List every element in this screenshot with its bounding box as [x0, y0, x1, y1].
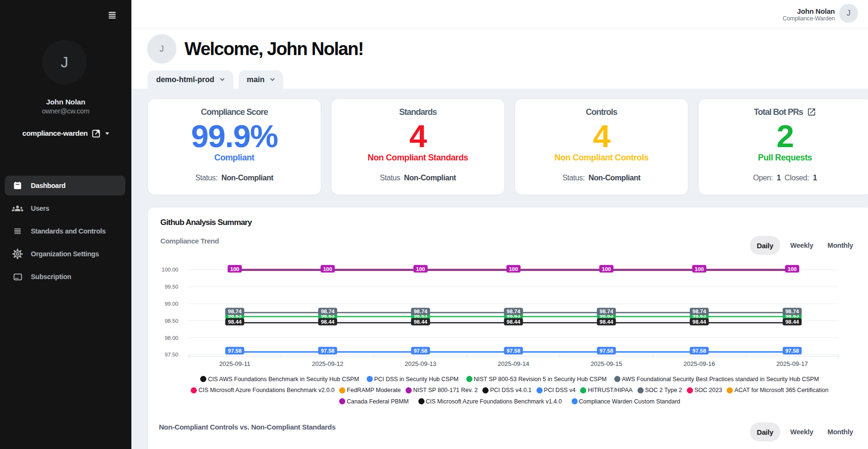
- svg-text:97.58: 97.58: [321, 348, 334, 354]
- svg-text:100: 100: [509, 266, 518, 272]
- svg-text:98.74: 98.74: [600, 309, 613, 314]
- svg-text:2025-09-14: 2025-09-14: [498, 360, 529, 367]
- svg-text:2025-09-13: 2025-09-13: [405, 360, 436, 367]
- svg-text:2025-09-12: 2025-09-12: [312, 360, 344, 367]
- svg-text:97.50: 97.50: [165, 352, 178, 357]
- svg-text:100: 100: [602, 266, 611, 272]
- svg-text:98.74: 98.74: [507, 309, 520, 314]
- svg-text:98.74: 98.74: [785, 309, 799, 314]
- svg-text:2025-09-17: 2025-09-17: [776, 360, 808, 367]
- svg-text:98.74: 98.74: [414, 309, 427, 314]
- svg-text:98.50: 98.50: [165, 318, 178, 324]
- svg-text:2025-09-11: 2025-09-11: [219, 360, 250, 367]
- svg-text:97.58: 97.58: [600, 348, 613, 354]
- svg-text:100: 100: [230, 266, 239, 272]
- svg-text:97.58: 97.58: [414, 348, 427, 354]
- svg-text:98.44: 98.44: [507, 319, 520, 325]
- svg-text:97.58: 97.58: [785, 348, 799, 354]
- svg-text:98.44: 98.44: [321, 319, 334, 325]
- svg-text:98.00: 98.00: [165, 335, 178, 341]
- svg-text:100: 100: [695, 266, 704, 272]
- svg-text:98.44: 98.44: [785, 319, 799, 325]
- svg-text:99.00: 99.00: [165, 301, 178, 307]
- svg-text:100: 100: [788, 266, 797, 272]
- svg-text:100: 100: [416, 266, 425, 272]
- svg-text:97.58: 97.58: [693, 348, 706, 354]
- svg-text:98.44: 98.44: [693, 319, 706, 325]
- svg-text:99.50: 99.50: [165, 284, 178, 290]
- svg-text:2025-09-16: 2025-09-16: [683, 360, 715, 367]
- svg-text:2025-09-15: 2025-09-15: [591, 360, 622, 367]
- svg-text:98.44: 98.44: [228, 319, 242, 325]
- svg-text:98.74: 98.74: [693, 309, 706, 314]
- svg-text:98.44: 98.44: [600, 319, 613, 325]
- svg-text:98.44: 98.44: [414, 319, 427, 325]
- svg-text:97.58: 97.58: [228, 348, 242, 354]
- svg-text:98.74: 98.74: [321, 309, 334, 314]
- svg-text:97.58: 97.58: [507, 348, 520, 354]
- svg-text:98.74: 98.74: [228, 309, 242, 314]
- svg-text:100: 100: [323, 266, 332, 272]
- svg-text:100.00: 100.00: [162, 267, 178, 272]
